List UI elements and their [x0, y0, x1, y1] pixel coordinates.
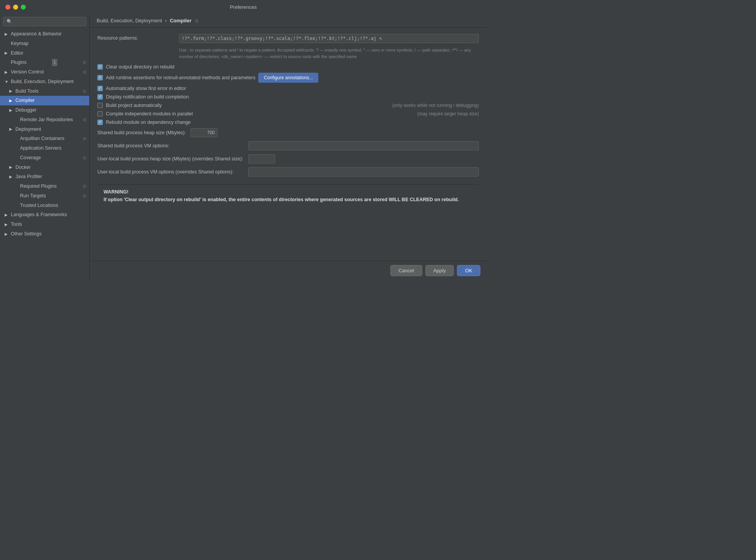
traffic-lights — [5, 5, 26, 10]
warning-text: If option 'Clear output directory on reb… — [104, 196, 473, 203]
checkbox-row-show-error: Automatically show first error in editor — [97, 86, 479, 91]
sidebar-item-debugger[interactable]: ▶ Debugger — [0, 105, 89, 115]
sidebar-item-keymap[interactable]: Keymap — [0, 39, 89, 48]
breadcrumb: Build, Execution, Deployment › Compiler … — [90, 14, 487, 28]
settings-icon: ⊞ — [83, 59, 86, 66]
settings-icon: ⊞ — [83, 183, 86, 190]
rebuild-module-label: Rebuild module on dependency change — [106, 120, 191, 125]
show-first-error-label: Automatically show first error in editor — [106, 86, 186, 91]
sidebar: 🔍 ▶ Appearance & Behavior Keymap ▶ Edito… — [0, 14, 90, 280]
clear-output-checkbox[interactable] — [97, 64, 103, 70]
settings-icon: ⊞ — [83, 193, 86, 199]
chevron-right-icon: ▶ — [9, 174, 13, 180]
shared-vm-input[interactable] — [248, 141, 479, 150]
title-bar: Preferences — [0, 0, 487, 14]
breadcrumb-icon: ⊞ — [195, 18, 199, 23]
sidebar-item-compiler[interactable]: ▶ Compiler ⊞ — [0, 96, 89, 105]
checkbox-row-add-runtime: Add runtime assertions for notnull-annot… — [97, 73, 479, 83]
chevron-right-icon: ▶ — [5, 212, 8, 218]
close-button[interactable] — [5, 5, 10, 10]
search-box[interactable]: 🔍 — [3, 17, 86, 26]
search-input[interactable] — [15, 19, 83, 24]
chevron-right-icon: ▶ — [5, 50, 8, 56]
sidebar-item-coverage[interactable]: Coverage ⊞ — [0, 153, 89, 163]
checkbox-row-display-notification: Display notification on build completion — [97, 94, 479, 100]
settings-icon: ⊞ — [83, 135, 86, 142]
compile-parallel-checkbox[interactable] — [97, 111, 103, 117]
display-notification-label: Display notification on build completion — [106, 94, 189, 100]
content-area: Build, Execution, Deployment › Compiler … — [90, 14, 487, 280]
resource-patterns-row: Resource patterns: — [97, 34, 479, 43]
user-heap-label: User-local build process heap size (Mbyt… — [97, 156, 244, 162]
show-first-error-checkbox[interactable] — [97, 86, 103, 91]
checkbox-row-clear-output: Clear output directory on rebuild — [97, 64, 479, 70]
compile-parallel-note: (may require larger heap size) — [417, 111, 479, 117]
user-heap-row: User-local build process heap size (Mbyt… — [97, 154, 479, 163]
sidebar-item-tools[interactable]: ▶ Tools — [0, 220, 89, 229]
sidebar-item-required-plugins[interactable]: Required Plugins ⊞ — [0, 182, 89, 191]
breadcrumb-separator: › — [165, 18, 167, 23]
sidebar-item-arquillian[interactable]: Arquillian Containers ⊞ — [0, 134, 89, 143]
build-auto-checkbox[interactable] — [97, 103, 103, 108]
minimize-button[interactable] — [13, 5, 18, 10]
sidebar-item-other-settings[interactable]: ▶ Other Settings — [0, 229, 89, 239]
rebuild-module-checkbox[interactable] — [97, 120, 103, 125]
user-vm-input[interactable] — [248, 167, 479, 177]
warning-title: WARNING! — [104, 189, 473, 195]
search-icon: 🔍 — [7, 19, 12, 24]
sidebar-item-plugins[interactable]: Plugins 1 ⊞ — [0, 58, 89, 67]
compile-parallel-label: Compile independent modules in parallel — [106, 111, 193, 117]
chevron-right-icon: ▶ — [9, 164, 13, 170]
settings-icon: ⊞ — [83, 117, 86, 123]
user-vm-row: User-local build process VM options (ove… — [97, 167, 479, 177]
plugins-badge: 1 — [52, 59, 57, 66]
apply-button[interactable]: Apply — [425, 265, 454, 276]
cancel-button[interactable]: Cancel — [390, 265, 422, 276]
sidebar-item-trusted-locations[interactable]: Trusted Locations — [0, 201, 89, 210]
settings-area: Resource patterns: Use ; to separate pat… — [90, 28, 487, 261]
window-title: Preferences — [230, 4, 257, 10]
chevron-right-icon: ▶ — [5, 69, 8, 75]
checkbox-row-build-auto: Build project automatically (only works … — [97, 103, 479, 108]
warning-box: WARNING! If option 'Clear output directo… — [97, 184, 479, 208]
sidebar-item-docker[interactable]: ▶ Docker — [0, 163, 89, 172]
chevron-right-icon: ▶ — [9, 126, 13, 132]
shared-vm-label: Shared build process VM options: — [97, 143, 244, 148]
sidebar-item-run-targets[interactable]: Run Targets ⊞ — [0, 191, 89, 201]
chevron-right-icon: ▶ — [5, 31, 8, 37]
sidebar-item-version-control[interactable]: ▶ Version Control ⊞ — [0, 67, 89, 77]
breadcrumb-current: Compiler — [170, 18, 191, 23]
settings-icon: ⊞ — [83, 97, 86, 104]
sidebar-item-java-profiler[interactable]: ▶ Java Profiler — [0, 172, 89, 182]
ok-button[interactable]: OK — [457, 265, 480, 276]
chevron-right-icon: ▶ — [9, 98, 13, 103]
checkbox-row-rebuild-module: Rebuild module on dependency change — [97, 120, 479, 125]
sidebar-item-deployment[interactable]: ▶ Deployment — [0, 125, 89, 134]
shared-vm-row: Shared build process VM options: — [97, 141, 479, 150]
sidebar-item-app-servers[interactable]: Application Servers — [0, 143, 89, 153]
configure-annotations-button[interactable]: Configure annotations... — [258, 73, 318, 83]
sidebar-item-appearance[interactable]: ▶ Appearance & Behavior — [0, 29, 89, 39]
settings-icon: ⊞ — [83, 88, 86, 95]
heap-size-label: Shared build process heap size (Mbytes): — [97, 130, 186, 135]
add-runtime-checkbox[interactable] — [97, 75, 103, 80]
resource-patterns-input[interactable] — [179, 34, 479, 43]
checkbox-row-compile-parallel: Compile independent modules in parallel … — [97, 111, 479, 117]
user-vm-label: User-local build process VM options (ove… — [97, 169, 244, 175]
sidebar-item-build-tools[interactable]: ▶ Build Tools ⊞ — [0, 87, 89, 96]
maximize-button[interactable] — [21, 5, 26, 10]
user-heap-input[interactable] — [248, 154, 275, 163]
sidebar-item-build-exec[interactable]: ▼ Build, Execution, Deployment — [0, 77, 89, 87]
sidebar-item-languages[interactable]: ▶ Languages & Frameworks — [0, 210, 89, 220]
chevron-right-icon: ▶ — [9, 88, 13, 94]
heap-size-input[interactable] — [191, 128, 217, 137]
add-runtime-label: Add runtime assertions for notnull-annot… — [106, 75, 255, 80]
sidebar-item-editor[interactable]: ▶ Editor — [0, 48, 89, 58]
build-auto-label: Build project automatically — [106, 103, 162, 108]
settings-icon: ⊞ — [83, 155, 86, 161]
sidebar-item-remote-jar[interactable]: Remote Jar Repositories ⊞ — [0, 115, 89, 125]
chevron-right-icon: ▶ — [5, 222, 8, 227]
clear-output-label: Clear output directory on rebuild — [106, 64, 174, 70]
chevron-right-icon: ▶ — [9, 107, 13, 113]
display-notification-checkbox[interactable] — [97, 94, 103, 100]
